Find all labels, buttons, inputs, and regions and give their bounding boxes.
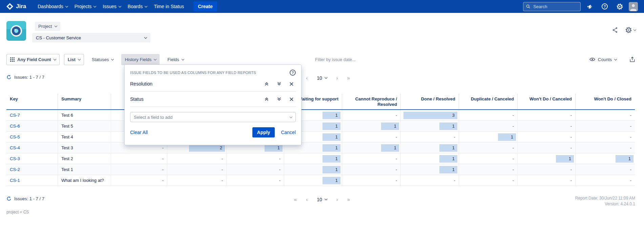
- remove-field-icon[interactable]: [289, 82, 294, 86]
- first-page-button[interactable]: «: [294, 196, 297, 202]
- issue-key-link[interactable]: CS-6: [10, 124, 20, 129]
- announcements-button[interactable]: [584, 0, 596, 13]
- move-top-icon[interactable]: [264, 81, 269, 86]
- table-row: CS-6Test 5111---: [6, 121, 635, 132]
- pagination-bottom: « ‹ 10 › »: [294, 196, 350, 202]
- cell: -: [342, 132, 400, 142]
- nav-item-dashboards[interactable]: Dashboards: [34, 0, 71, 13]
- fields-button[interactable]: Fields: [164, 54, 187, 65]
- history-fields-button[interactable]: History Fields: [121, 54, 160, 65]
- project-scope-button[interactable]: Project: [35, 22, 60, 31]
- share-button[interactable]: [612, 27, 618, 33]
- cell: -: [459, 143, 517, 153]
- count-value: 1: [394, 145, 397, 150]
- cell: 1: [284, 153, 342, 164]
- remove-field-icon[interactable]: [289, 97, 294, 101]
- cancel-link[interactable]: Cancel: [281, 130, 296, 135]
- next-page-button[interactable]: ›: [336, 196, 338, 202]
- nav-item-issues[interactable]: Issues: [99, 0, 124, 13]
- jira-logo[interactable]: Jira: [6, 3, 26, 10]
- nav-item-boards[interactable]: Boards: [124, 0, 150, 13]
- search-box[interactable]: [523, 2, 581, 11]
- next-page-button[interactable]: ›: [336, 75, 338, 81]
- move-bottom-icon[interactable]: [277, 81, 282, 86]
- cell: 1: [284, 175, 342, 186]
- cell: -: [459, 175, 517, 186]
- issues-count-top: Issues: 1 - 7 / 7: [6, 75, 44, 80]
- cell: 1: [284, 164, 342, 175]
- counts-toggle[interactable]: Counts: [589, 57, 617, 62]
- refresh-icon[interactable]: [6, 75, 12, 80]
- history-field-row: Status: [130, 92, 296, 107]
- issue-date-filter-input[interactable]: [314, 55, 413, 64]
- project-avatar[interactable]: [6, 21, 26, 42]
- page-size-select[interactable]: 10: [317, 75, 327, 81]
- refresh-icon[interactable]: [6, 196, 12, 201]
- empty-value: -: [513, 145, 514, 150]
- project-select[interactable]: CS - Customer Service: [32, 33, 150, 42]
- clear-all-link[interactable]: Clear All: [130, 130, 148, 135]
- history-fields-label: History Fields: [125, 57, 151, 62]
- report-version: Version: 4.24.0.1: [575, 201, 635, 207]
- empty-value: -: [513, 156, 514, 161]
- cell: -: [517, 132, 575, 142]
- cell: -: [342, 110, 400, 120]
- popup-field-list: ResolutionStatus: [130, 76, 296, 107]
- move-top-icon[interactable]: [264, 97, 269, 101]
- empty-value: -: [513, 124, 514, 129]
- nav-item-time-in-status[interactable]: Time in Status: [150, 0, 187, 13]
- issue-key-link[interactable]: CS-4: [10, 145, 20, 150]
- search-input[interactable]: [533, 4, 578, 10]
- summary-cell: Test 6: [58, 110, 111, 120]
- last-page-button[interactable]: »: [347, 196, 350, 202]
- history-field-row: Resolution: [130, 76, 296, 92]
- statuses-button[interactable]: Statuses: [88, 54, 117, 65]
- help-button[interactable]: ?: [599, 0, 610, 13]
- page-size-select[interactable]: 10: [317, 197, 327, 202]
- empty-value: -: [570, 134, 572, 139]
- nav-item-projects[interactable]: Projects: [71, 0, 100, 13]
- prev-page-button[interactable]: ‹: [306, 196, 308, 202]
- user-avatar[interactable]: [629, 2, 638, 11]
- admin-settings-button[interactable]: [614, 0, 625, 13]
- cell: -: [517, 164, 575, 175]
- report-type-button[interactable]: Any Field Count: [6, 54, 60, 65]
- empty-value: -: [396, 178, 397, 183]
- view-mode-label: List: [68, 57, 76, 62]
- key-cell: CS-1: [6, 175, 58, 186]
- last-page-button[interactable]: »: [347, 75, 350, 81]
- report-settings-button[interactable]: [625, 26, 636, 34]
- move-bottom-icon[interactable]: [277, 97, 282, 101]
- nav-menu: DashboardsProjectsIssuesBoardsTime in St…: [34, 0, 187, 13]
- cell: 1: [400, 143, 459, 153]
- issue-key-link[interactable]: CS-2: [10, 167, 20, 172]
- popup-help-icon[interactable]: ?: [290, 70, 296, 76]
- chevron-down-icon: [182, 57, 184, 60]
- chevron-down-icon: [65, 4, 68, 7]
- create-button[interactable]: Create: [193, 1, 217, 12]
- summary-cell: Test 1: [58, 164, 111, 175]
- prev-page-button[interactable]: ‹: [306, 75, 308, 81]
- popup-footer: Clear All Apply Cancel: [130, 127, 296, 137]
- count-value: 1: [335, 145, 338, 150]
- nav-item-label: Boards: [128, 4, 143, 9]
- export-button[interactable]: [629, 57, 635, 62]
- view-mode-button[interactable]: List: [64, 54, 84, 65]
- issue-key-link[interactable]: CS-7: [10, 113, 20, 118]
- chevron-down-icon: [111, 57, 114, 60]
- issue-key-link[interactable]: CS-5: [10, 134, 20, 139]
- empty-value: -: [630, 113, 631, 118]
- cell: -: [342, 175, 400, 186]
- count-value: 1: [628, 156, 631, 161]
- apply-button[interactable]: Apply: [252, 127, 275, 137]
- cell: -: [400, 132, 459, 142]
- empty-value: -: [570, 178, 572, 183]
- add-field-select[interactable]: Select a field to add: [130, 112, 296, 122]
- issues-count-bottom: Issues: 1 - 7 / 7: [6, 196, 44, 201]
- issue-key-link[interactable]: CS-1: [10, 178, 20, 183]
- cell: -: [111, 164, 167, 175]
- report-date: Report Date: 30/Jun/22 11:09 AM: [575, 195, 635, 201]
- issues-count-label: Issues: 1 - 7 / 7: [14, 75, 44, 80]
- chevron-down-icon: [55, 24, 57, 27]
- issue-key-link[interactable]: CS-3: [10, 156, 20, 161]
